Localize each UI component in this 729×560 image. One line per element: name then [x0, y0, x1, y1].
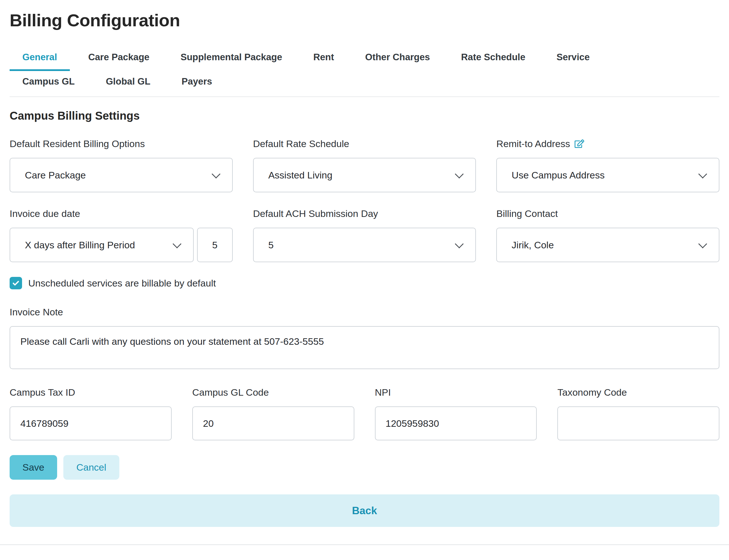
settings-row-2: Invoice due date X days after Billing Pe… [10, 208, 719, 262]
field-default-resident-billing-options: Default Resident Billing Options Care Pa… [10, 138, 233, 192]
tab-rent[interactable]: Rent [301, 47, 347, 71]
default-resident-billing-options-select[interactable]: Care Package [10, 158, 233, 192]
field-campus-gl-code: Campus GL Code [192, 387, 354, 440]
field-label-text: Campus Tax ID [10, 387, 75, 398]
field-label: Remit-to Address [496, 138, 719, 149]
select-value: Use Campus Address [511, 170, 605, 181]
field-label: Billing Contact [496, 208, 719, 219]
edit-icon[interactable] [575, 139, 584, 148]
remit-to-address-select[interactable]: Use Campus Address [496, 158, 719, 192]
default-ach-submission-day-select[interactable]: 5 [253, 228, 476, 262]
field-label-text: NPI [375, 387, 391, 398]
chevron-down-icon [455, 240, 464, 248]
npi-input[interactable] [375, 406, 537, 440]
field-label-text: Taxonomy Code [557, 387, 627, 398]
field-label-text: Remit-to Address [496, 138, 570, 149]
tab-bar: General Care Package Supplemental Packag… [10, 47, 719, 97]
field-label-text: Default Rate Schedule [253, 138, 349, 149]
field-npi: NPI [375, 387, 537, 440]
section-heading: Campus Billing Settings [10, 109, 719, 122]
chevron-down-icon [212, 170, 220, 178]
tab-payers[interactable]: Payers [169, 71, 225, 96]
settings-row-3: Campus Tax ID Campus GL Code NPI Taxonom… [10, 387, 719, 440]
select-value: Jirik, Cole [511, 240, 554, 251]
tab-global-gl[interactable]: Global GL [93, 71, 163, 96]
field-label: Invoice Note [10, 306, 719, 318]
settings-row-1: Default Resident Billing Options Care Pa… [10, 138, 719, 192]
billing-configuration-page: Billing Configuration General Care Packa… [0, 0, 729, 527]
select-value: X days after Billing Period [25, 240, 135, 251]
select-value: Assisted Living [268, 170, 333, 181]
tab-row-1: General Care Package Supplemental Packag… [10, 47, 719, 71]
tab-general[interactable]: General [10, 47, 70, 71]
save-button[interactable]: Save [10, 455, 57, 480]
field-label: NPI [375, 387, 537, 398]
field-label-text: Invoice Note [10, 306, 63, 318]
field-invoice-note: Invoice Note Please call Carli with any … [10, 306, 719, 370]
invoice-due-days-input[interactable] [197, 228, 233, 262]
chevron-down-icon [455, 170, 464, 178]
select-value: 5 [268, 240, 274, 251]
field-label-text: Invoice due date [10, 208, 80, 219]
taxonomy-code-input[interactable] [557, 406, 719, 440]
page-title: Billing Configuration [10, 10, 719, 30]
field-label-text: Default ACH Submission Day [253, 208, 378, 219]
field-label: Default Rate Schedule [253, 138, 476, 149]
tab-care-package[interactable]: Care Package [76, 47, 162, 71]
field-invoice-due-date: Invoice due date X days after Billing Pe… [10, 208, 233, 262]
field-label: Default Resident Billing Options [10, 138, 233, 149]
invoice-due-date-select[interactable]: X days after Billing Period [10, 228, 194, 262]
field-remit-to-address: Remit-to Address Use Campus Address [496, 138, 719, 192]
field-taxonomy-code: Taxonomy Code [557, 387, 719, 440]
back-button[interactable]: Back [10, 494, 719, 527]
tab-rate-schedule[interactable]: Rate Schedule [448, 47, 538, 71]
select-value: Care Package [25, 170, 86, 181]
field-default-rate-schedule: Default Rate Schedule Assisted Living [253, 138, 476, 192]
field-label: Campus GL Code [192, 387, 354, 398]
default-rate-schedule-select[interactable]: Assisted Living [253, 158, 476, 192]
tab-service[interactable]: Service [544, 47, 602, 71]
campus-tax-id-input[interactable] [10, 406, 172, 440]
checkbox-checked-icon[interactable] [10, 277, 22, 289]
footer-divider [0, 544, 729, 556]
tab-supplemental-package[interactable]: Supplemental Package [168, 47, 295, 71]
chevron-down-icon [698, 240, 707, 248]
invoice-due-date-controls: X days after Billing Period [10, 228, 233, 262]
tab-other-charges[interactable]: Other Charges [353, 47, 442, 71]
billing-contact-select[interactable]: Jirik, Cole [496, 228, 719, 262]
field-label: Campus Tax ID [10, 387, 172, 398]
field-default-ach-submission-day: Default ACH Submission Day 5 [253, 208, 476, 262]
checkbox-label: Unscheduled services are billable by def… [28, 278, 216, 289]
field-label-text: Default Resident Billing Options [10, 138, 145, 149]
field-label-text: Billing Contact [496, 208, 558, 219]
field-campus-tax-id: Campus Tax ID [10, 387, 172, 440]
field-label: Default ACH Submission Day [253, 208, 476, 219]
field-label: Invoice due date [10, 208, 233, 219]
chevron-down-icon [173, 240, 181, 248]
chevron-down-icon [698, 170, 707, 178]
unscheduled-billable-checkbox-row[interactable]: Unscheduled services are billable by def… [10, 277, 719, 289]
tab-row-2: Campus GL Global GL Payers [10, 71, 719, 96]
form-actions: Save Cancel [10, 455, 719, 480]
invoice-note-textarea[interactable]: Please call Carli with any questions on … [10, 326, 719, 369]
field-label: Taxonomy Code [557, 387, 719, 398]
field-billing-contact: Billing Contact Jirik, Cole [496, 208, 719, 262]
field-label-text: Campus GL Code [192, 387, 269, 398]
cancel-button[interactable]: Cancel [63, 455, 119, 480]
tab-campus-gl[interactable]: Campus GL [10, 71, 87, 96]
campus-gl-code-input[interactable] [192, 406, 354, 440]
